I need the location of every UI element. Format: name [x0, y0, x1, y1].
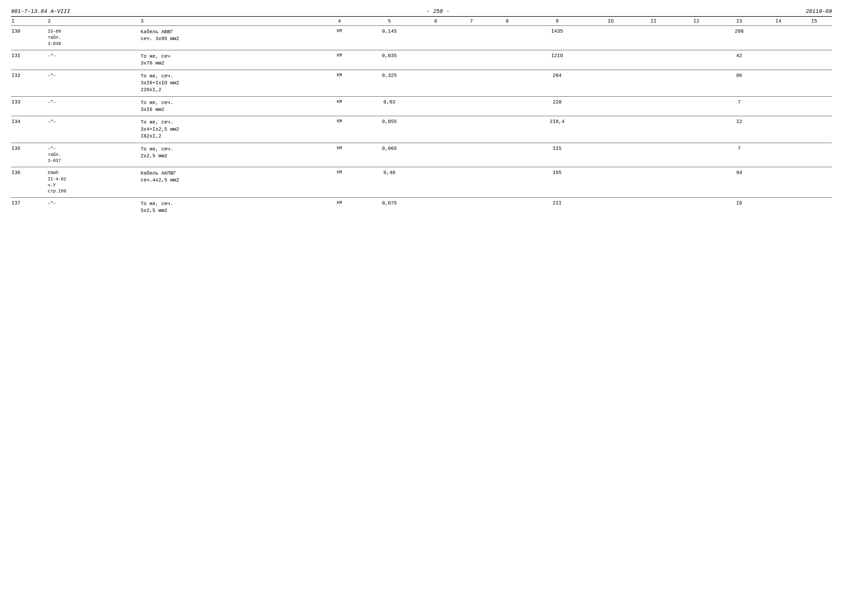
cell-2-13: 42 [718, 50, 761, 69]
cell-1-2: I5-09табл.3-038 [47, 26, 139, 50]
cell-5-3: То же, сеч.3х4+Iх2,5 мм2I82хI,2 [139, 116, 318, 142]
cell-2-5: 0,035 [361, 50, 418, 69]
cell-5-15 [796, 116, 832, 142]
cell-2-14 [761, 50, 796, 69]
cell-1-7 [453, 26, 489, 50]
cell-5-1: I34 [11, 116, 47, 142]
cell-6-5: 0,065 [361, 143, 418, 167]
col-header-14: I4 [761, 16, 796, 26]
col-header-6: 6 [418, 16, 453, 26]
cell-6-15 [796, 143, 832, 167]
cell-1-4: КМ [318, 26, 361, 50]
cell-6-1: I35 [11, 143, 47, 167]
cell-1-10 [589, 26, 632, 50]
col-header-10: IO [589, 16, 632, 26]
cell-4-7 [453, 96, 489, 116]
cell-7-11 [632, 167, 675, 197]
cell-6-11 [632, 143, 675, 167]
cell-1-15 [796, 26, 832, 50]
cell-7-1: I36 [11, 167, 47, 197]
cell-7-15 [796, 167, 832, 197]
cell-3-14 [761, 70, 796, 96]
cell-1-1: I30 [11, 26, 47, 50]
cell-8-15 [796, 198, 832, 217]
cell-5-13: I2 [718, 116, 761, 142]
cell-8-5: 0,075 [361, 198, 418, 217]
cell-6-14 [761, 143, 796, 167]
cell-4-11 [632, 96, 675, 116]
cell-6-8 [490, 143, 525, 167]
cell-1-3: Кабель АВВГсеч. 3х95 мм2 [139, 26, 318, 50]
col-header-2: 2 [47, 16, 139, 26]
cell-8-10 [589, 198, 632, 217]
cell-2-10 [589, 50, 632, 69]
cell-5-11 [632, 116, 675, 142]
header-right: 20118-09 [806, 8, 832, 15]
cell-1-14 [761, 26, 796, 50]
column-header-row: I 2 3 4 5 6 7 8 9 IO II I2 I3 I4 I5 [11, 16, 832, 26]
cell-5-6 [418, 116, 453, 142]
cell-4-12 [675, 96, 718, 116]
cell-5-5: 0,055 [361, 116, 418, 142]
cell-6-12 [675, 143, 718, 167]
cell-2-8 [490, 50, 525, 69]
cell-4-2: –"– [47, 96, 139, 116]
cell-4-4: КМ [318, 96, 361, 116]
cell-8-12 [675, 198, 718, 217]
cell-3-7 [453, 70, 489, 96]
cell-4-1: I33 [11, 96, 47, 116]
table-row: I36СНиПII-4-82ч.Устр.I09Кабель АКПВГсеч.… [11, 167, 832, 197]
cell-7-3: Кабель АКПВГсеч.4х2,5 мм2 [139, 167, 318, 197]
cell-2-6 [418, 50, 453, 69]
cell-3-3: То же, сеч.3хI6+IхIO мм2220хI,2 [139, 70, 318, 96]
cell-8-2: –"– [47, 198, 139, 217]
cell-3-5: 0,325 [361, 70, 418, 96]
cell-1-13: 208 [718, 26, 761, 50]
cell-2-3: То же, сеч3х70 мм2 [139, 50, 318, 69]
cell-3-13: 86 [718, 70, 761, 96]
cell-3-15 [796, 70, 832, 96]
table-row: I34–"–То же, сеч.3х4+Iх2,5 мм2I82хI,2КМ0… [11, 116, 832, 142]
cell-4-13: 7 [718, 96, 761, 116]
cell-2-9: I2IO [525, 50, 589, 69]
header-left: 901-7-13.84 A-VIII [11, 8, 70, 15]
cell-1-12 [675, 26, 718, 50]
cell-5-12 [675, 116, 718, 142]
table-row: I30I5-09табл.3-038Кабель АВВГсеч. 3х95 м… [11, 26, 832, 50]
cell-6-13: 7 [718, 143, 761, 167]
cell-6-10 [589, 143, 632, 167]
cell-1-6 [418, 26, 453, 50]
cell-5-14 [761, 116, 796, 142]
cell-3-9: 264 [525, 70, 589, 96]
cell-8-7 [453, 198, 489, 217]
cell-4-9: 220 [525, 96, 589, 116]
cell-4-5: 0,03 [361, 96, 418, 116]
cell-6-3: То же, сеч.2х2,5 мм2 [139, 143, 318, 167]
table-row: I32–"–То же, сеч.3хI6+IхIO мм2220хI,2КМ0… [11, 70, 832, 96]
cell-7-9: I95 [525, 167, 589, 197]
main-table: I 2 3 4 5 6 7 8 9 IO II I2 I3 I4 I5 I30I… [11, 16, 832, 217]
cell-7-13: 94 [718, 167, 761, 197]
col-header-15: I5 [796, 16, 832, 26]
cell-8-13: I6 [718, 198, 761, 217]
cell-3-8 [490, 70, 525, 96]
col-header-1: I [11, 16, 47, 26]
cell-8-3: То же, сеч.5х2,5 мм2 [139, 198, 318, 217]
cell-8-14 [761, 198, 796, 217]
table-row: I3I–"–То же, сеч3х70 мм2КМ0,035I2IO42 [11, 50, 832, 69]
cell-7-7 [453, 167, 489, 197]
col-header-4: 4 [318, 16, 361, 26]
cell-2-12 [675, 50, 718, 69]
cell-3-11 [632, 70, 675, 96]
table-row: I33–"–То же, сеч.3хI6 мм2КМ0,032207 [11, 96, 832, 116]
col-header-12: I2 [675, 16, 718, 26]
table-row: I35–"–табл.3-037То же, сеч.2х2,5 мм2КМ0,… [11, 143, 832, 167]
cell-8-1: I37 [11, 198, 47, 217]
cell-2-15 [796, 50, 832, 69]
cell-5-9: 2I8,4 [525, 116, 589, 142]
cell-6-9: II5 [525, 143, 589, 167]
cell-7-12 [675, 167, 718, 197]
cell-2-2: –"– [47, 50, 139, 69]
cell-2-7 [453, 50, 489, 69]
col-header-7: 7 [453, 16, 489, 26]
